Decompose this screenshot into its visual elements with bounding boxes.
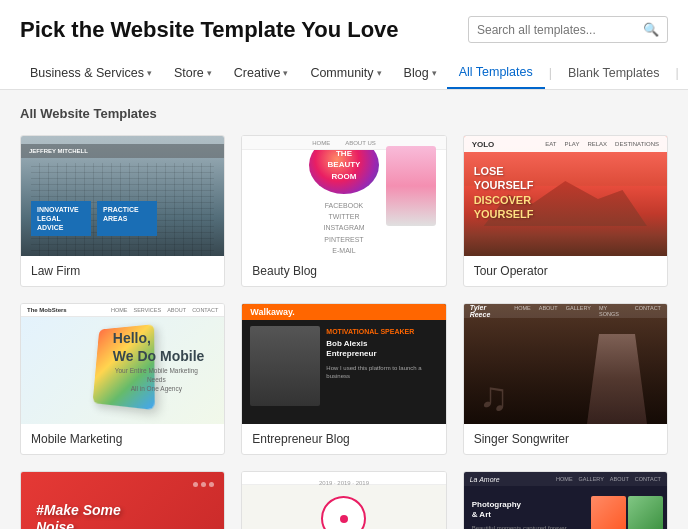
singer-nav-links: HOME ABOUT GALLERY MY SONGS CONTACT — [514, 305, 661, 317]
law-firm-badge-1: INNOVATIVE LEGAL ADVICE — [31, 201, 91, 236]
beauty-social-links: FACEBOOKTWITTERINSTAGRAMPINTERESTE-MAIL — [323, 200, 364, 256]
nav-item-store[interactable]: Store ▾ — [164, 58, 222, 88]
nav-item-community[interactable]: Community ▾ — [300, 58, 391, 88]
nav-all-templates[interactable]: All Templates — [447, 57, 545, 89]
entrepreneur-main-image — [250, 326, 320, 406]
nav-bar: Business & Services ▾ Store ▾ Creative ▾… — [20, 57, 668, 89]
entrepreneur-tag: Motivational Speaker — [326, 328, 437, 335]
chevron-down-icon: ▾ — [147, 68, 152, 78]
template-thumb-alex-gordon: 2019 · 2019 · 2019 Alex Gordon Upholster… — [242, 472, 445, 529]
tour-hero-text: LOSEYOURSELFDISCOVERYOURSELF — [474, 164, 534, 221]
nav-more[interactable]: More ▾ — [683, 58, 688, 88]
template-card-beauty-blog[interactable]: HOME ABOUT US THEBEAUTYROOM FACEBOOKTWIT… — [241, 135, 446, 287]
nav-divider-2: | — [671, 58, 682, 88]
entrepreneur-desc: How I used this platform to launch a bus… — [326, 364, 437, 381]
la-amore-image-grid — [587, 492, 667, 529]
chevron-down-icon: ▾ — [207, 68, 212, 78]
nav-right: All Templates | Blank Templates | More ▾ — [447, 57, 688, 89]
singer-name-logo: Tyler Reece — [470, 304, 509, 318]
nav-divider: | — [545, 58, 556, 88]
template-thumb-make-some-noise: #Make SomeNoise — [21, 472, 224, 529]
nav-item-blog[interactable]: Blog ▾ — [394, 58, 447, 88]
search-box[interactable]: 🔍 — [468, 16, 668, 43]
walkaway-logo: Walkaway. — [250, 307, 295, 317]
yolo-nav: EAT PLAY RELAX DESTINATIONS — [545, 141, 659, 147]
alex-inner-dot — [340, 515, 348, 523]
la-amore-nav: HOME GALLERY ABOUT CONTACT — [556, 476, 661, 482]
law-firm-badges: INNOVATIVE LEGAL ADVICE PRACTICE AREAS — [31, 201, 157, 236]
singer-nav: Tyler Reece HOME ABOUT GALLERY MY SONGS … — [464, 304, 667, 318]
template-card-make-some-noise[interactable]: #Make SomeNoise — [20, 471, 225, 529]
page-title: Pick the Website Template You Love — [20, 17, 399, 43]
nav-label-creative: Creative — [234, 66, 281, 80]
la-amore-content: Photography& Art Beautiful moments captu… — [464, 492, 667, 529]
search-input[interactable] — [477, 23, 639, 37]
dot-1 — [193, 482, 198, 487]
template-thumb-beauty-blog: HOME ABOUT US THEBEAUTYROOM FACEBOOKTWIT… — [242, 136, 445, 256]
tour-header: YOLO EAT PLAY RELAX DESTINATIONS — [464, 136, 667, 152]
nav-label-business: Business & Services — [30, 66, 144, 80]
template-thumb-singer-songwriter: Tyler Reece HOME ABOUT GALLERY MY SONGS … — [464, 304, 667, 424]
template-card-la-amore[interactable]: La Amore HOME GALLERY ABOUT CONTACT Phot… — [463, 471, 668, 529]
nav-item-creative[interactable]: Creative ▾ — [224, 58, 299, 88]
alex-date: 2019 · 2019 · 2019 — [242, 480, 445, 486]
template-card-singer-songwriter[interactable]: Tyler Reece HOME ABOUT GALLERY MY SONGS … — [463, 303, 668, 455]
chevron-down-icon: ▾ — [377, 68, 382, 78]
nav-blank-templates[interactable]: Blank Templates — [556, 58, 672, 88]
la-amore-headline: Photography& Art — [472, 500, 579, 521]
template-card-alex-gordon[interactable]: 2019 · 2019 · 2019 Alex Gordon Upholster… — [241, 471, 446, 529]
law-firm-badge-2: PRACTICE AREAS — [97, 201, 157, 236]
search-icon: 🔍 — [643, 22, 659, 37]
nav-label-blog: Blog — [404, 66, 429, 80]
nav-label-store: Store — [174, 66, 204, 80]
la-amore-img-2 — [628, 496, 663, 529]
nav-item-business[interactable]: Business & Services ▾ — [20, 58, 162, 88]
guitar-icon: ♫ — [479, 374, 509, 419]
chevron-down-icon: ▾ — [283, 68, 288, 78]
template-thumb-mobile-marketing: The MobSters HOME SERVICES ABOUT CONTACT… — [21, 304, 224, 424]
page-header: Pick the Website Template You Love 🔍 Bus… — [0, 0, 688, 90]
dot-3 — [209, 482, 214, 487]
noise-dots — [193, 482, 214, 487]
template-grid: JEFFREY MITCHELL INNOVATIVE LEGAL ADVICE… — [20, 135, 668, 529]
noise-headline-text: #Make SomeNoise — [36, 502, 121, 529]
section-title: All Website Templates — [20, 106, 668, 121]
main-content: All Website Templates JEFFREY MITCHELL I… — [0, 90, 688, 529]
entrepreneur-sidebar: Motivational Speaker Bob AlexisEntrepren… — [326, 326, 437, 424]
alex-center-content: Alex Gordon Upholstery — [311, 496, 377, 529]
template-thumb-entrepreneur-blog: Walkaway. Motivational Speaker Bob Alexi… — [242, 304, 445, 424]
template-card-tour-operator[interactable]: YOLO EAT PLAY RELAX DESTINATIONS LOSEYOU… — [463, 135, 668, 287]
chevron-down-icon: ▾ — [432, 68, 437, 78]
template-label-mobile-marketing: Mobile Marketing — [21, 424, 224, 454]
nav-label-community: Community — [310, 66, 373, 80]
alex-circle-icon — [321, 496, 366, 529]
law-firm-nav-sim: JEFFREY MITCHELL — [21, 144, 224, 158]
header-top: Pick the Website Template You Love 🔍 — [20, 16, 668, 43]
la-amore-img-1 — [591, 496, 626, 529]
template-label-tour-operator: Tour Operator — [464, 256, 667, 286]
template-card-entrepreneur-blog[interactable]: Walkaway. Motivational Speaker Bob Alexi… — [241, 303, 446, 455]
mobile-hello-text: Hello,We Do Mobile — [113, 329, 205, 365]
template-label-singer-songwriter: Singer Songwriter — [464, 424, 667, 454]
template-label-beauty-blog: Beauty Blog — [242, 256, 445, 286]
mm-logo: The MobSters — [27, 307, 67, 313]
la-amore-left: Photography& Art Beautiful moments captu… — [464, 492, 587, 529]
template-card-law-firm[interactable]: JEFFREY MITCHELL INNOVATIVE LEGAL ADVICE… — [20, 135, 225, 287]
mobile-sub-text: Your Entire Mobile Marketing NeedsAll in… — [106, 366, 206, 393]
entrepreneur-heading: Bob AlexisEntrepreneur — [326, 339, 437, 360]
la-amore-header: La Amore HOME GALLERY ABOUT CONTACT — [464, 472, 667, 486]
la-amore-desc: Beautiful moments captured forever — [472, 525, 579, 529]
template-label-law-firm: Law Firm — [21, 256, 224, 286]
nav-left: Business & Services ▾ Store ▾ Creative ▾… — [20, 58, 447, 88]
template-thumb-law-firm: JEFFREY MITCHELL INNOVATIVE LEGAL ADVICE… — [21, 136, 224, 256]
template-thumb-tour-operator: YOLO EAT PLAY RELAX DESTINATIONS LOSEYOU… — [464, 136, 667, 256]
template-label-entrepreneur-blog: Entrepreneur Blog — [242, 424, 445, 454]
template-card-mobile-marketing[interactable]: The MobSters HOME SERVICES ABOUT CONTACT… — [20, 303, 225, 455]
mobile-marketing-nav: The MobSters HOME SERVICES ABOUT CONTACT — [21, 304, 224, 317]
la-amore-logo: La Amore — [470, 476, 500, 483]
dot-2 — [201, 482, 206, 487]
mm-nav-links: HOME SERVICES ABOUT CONTACT — [111, 307, 218, 313]
template-thumb-la-amore: La Amore HOME GALLERY ABOUT CONTACT Phot… — [464, 472, 667, 529]
beauty-product-image — [386, 146, 436, 226]
entrepreneur-header: Walkaway. — [242, 304, 445, 320]
